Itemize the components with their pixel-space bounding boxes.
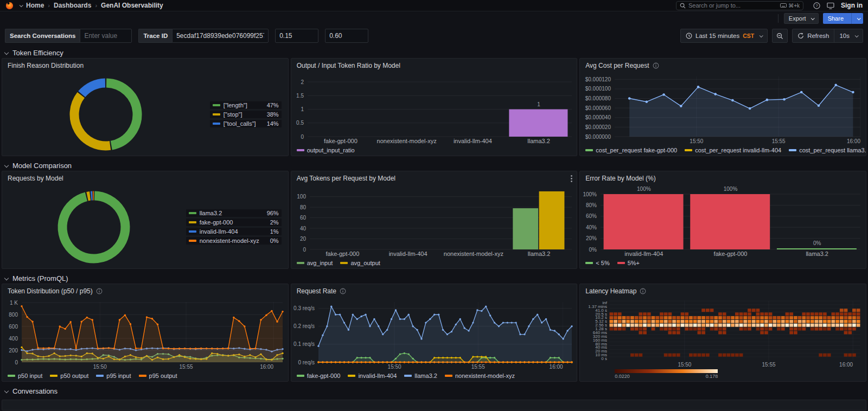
info-icon[interactable] <box>653 62 659 69</box>
refresh-interval-select[interactable]: 10s <box>834 29 863 42</box>
zoom-out-button[interactable] <box>772 29 788 43</box>
breadcrumb-separator: › <box>48 2 50 9</box>
legend-item[interactable]: 5%+ <box>617 260 640 266</box>
legend-item[interactable]: cost_per_request invalid-llm-404 <box>685 147 781 153</box>
info-icon[interactable] <box>96 288 103 294</box>
legend-item[interactable]: avg_output <box>340 260 380 266</box>
legend-item[interactable]: p50 input <box>8 373 42 379</box>
legend-item[interactable]: output_input_ratio <box>297 147 355 153</box>
latency-heatmap-chart[interactable]: inf1.37 mins41.0 s20.5 s10.2 s5.12 s2.56… <box>580 298 866 368</box>
svg-text:15:55: 15:55 <box>471 364 484 370</box>
svg-text:0 s: 0 s <box>602 356 608 361</box>
legend-swatch <box>585 262 593 264</box>
svg-text:0: 0 <box>301 134 304 140</box>
keyboard-shortcut-badge: ⌘+k <box>780 3 800 9</box>
legend-item[interactable]: p95 input <box>96 373 131 379</box>
panel-title[interactable]: Finish Reason Distribution <box>8 62 84 69</box>
svg-text:15:50: 15:50 <box>93 364 107 370</box>
row-token-efficiency[interactable]: Token Efficiency <box>0 47 868 58</box>
panel-title[interactable]: Avg Cost per Request <box>585 62 649 69</box>
legend-item[interactable]: invalid-llm-4041% <box>186 228 282 235</box>
panel-title[interactable]: Error Rate by Model (%) <box>585 175 655 182</box>
svg-text:llama3.2: llama3.2 <box>527 251 550 257</box>
panel-title[interactable]: Token Distribution (p50 / p95) <box>8 287 93 295</box>
svg-text:0.2 req/s: 0.2 req/s <box>293 323 315 329</box>
requests-by-model-donut-chart[interactable]: llama3.296%fake-gpt-0002%invalid-llm-404… <box>2 185 288 268</box>
keyboard-icon <box>780 3 787 8</box>
legend-item[interactable]: p95 output <box>139 373 177 379</box>
legend-swatch <box>213 123 220 125</box>
help-icon[interactable]: ? <box>813 2 820 9</box>
threshold-min-input[interactable] <box>275 29 318 43</box>
legend-item[interactable]: avg_input <box>297 260 333 266</box>
legend-item[interactable]: nonexistent-model-xyz <box>445 373 515 379</box>
row-model-comparison[interactable]: Model Comparison <box>0 160 868 171</box>
panel-title[interactable]: Avg Tokens per Request by Model <box>297 175 395 182</box>
legend-item[interactable]: nonexistent-model-xyz0% <box>186 237 282 245</box>
export-button[interactable]: Export <box>784 13 819 24</box>
panel-title[interactable]: Requests by Model <box>8 175 63 182</box>
legend-item[interactable]: invalid-llm-404 <box>348 373 397 379</box>
token-distribution-chart[interactable]: 02004006008001 K15:5015:5516:00 <box>2 298 288 370</box>
breadcrumb-dashboards[interactable]: Dashboards <box>54 2 91 9</box>
svg-text:0 req/s: 0 req/s <box>298 359 315 365</box>
legend-swatch <box>585 149 593 151</box>
svg-text:15:50: 15:50 <box>690 138 704 144</box>
legend-item[interactable]: fake-gpt-0002% <box>186 219 282 226</box>
row-metrics-promql[interactable]: Metrics (PromQL) <box>0 273 868 284</box>
legend-item[interactable]: cost_per_request fake-gpt-000 <box>585 147 677 153</box>
avg-tokens-chart[interactable]: 020406080100fake-gpt-000invalid-llm-404n… <box>291 185 577 258</box>
svg-text:15:50: 15:50 <box>387 364 401 370</box>
svg-text:$0.000000: $0.000000 <box>585 134 611 140</box>
grafana-logo[interactable] <box>5 2 14 10</box>
output-input-ratio-chart[interactable]: 00.511.52fake-gpt-000nonexistent-model-x… <box>291 73 577 145</box>
panel-menu-icon[interactable] <box>571 175 572 184</box>
threshold-max-input[interactable] <box>325 29 368 43</box>
legend-item[interactable]: llama3.2 <box>404 373 437 379</box>
finish-reason-donut-chart[interactable]: ["length"]47%["stop"]38%["tool_calls"]14… <box>2 73 288 156</box>
panel-title[interactable]: Output / Input Token Ratio by Model <box>297 62 400 69</box>
time-range-picker[interactable]: Last 15 minutes CST <box>680 29 768 43</box>
legend-item[interactable]: p50 output <box>50 373 88 379</box>
legend-swatch <box>189 221 196 223</box>
legend-swatch <box>445 375 452 377</box>
legend-swatch <box>189 240 196 242</box>
panel-avg-cost-per-request: Avg Cost per Request $0.000000$0.000020$… <box>579 58 866 156</box>
legend-item[interactable]: < 5% <box>585 260 609 266</box>
svg-text:invalid-llm-404: invalid-llm-404 <box>625 251 663 257</box>
legend-item[interactable]: ["tool_calls"]14% <box>210 120 282 127</box>
breadcrumb-home[interactable]: Home <box>26 2 44 9</box>
share-menu-chevron[interactable] <box>851 13 863 24</box>
svg-text:$0.000040: $0.000040 <box>585 114 611 120</box>
legend-item[interactable]: ["stop"]38% <box>210 111 282 118</box>
row-conversations[interactable]: Conversations <box>0 386 868 396</box>
info-icon[interactable] <box>640 288 646 294</box>
request-rate-chart[interactable]: 0 req/s0.1 req/s0.2 req/s0.3 req/s15:501… <box>291 298 577 370</box>
legend-item[interactable]: ["length"]47% <box>210 101 282 109</box>
news-monitor-icon[interactable] <box>827 2 834 9</box>
panel-title[interactable]: Request Rate <box>297 287 336 295</box>
legend-swatch <box>50 375 58 377</box>
org-switcher-chevron-icon[interactable] <box>20 3 23 7</box>
sign-in-button[interactable]: Sign in <box>841 2 863 9</box>
chart-legend: < 5%5%+ <box>580 258 866 268</box>
panel-title[interactable]: Latency Heatmap <box>585 287 636 295</box>
svg-text:0: 0 <box>303 247 306 253</box>
panel-request-rate: Request Rate 0 req/s0.1 req/s0.2 req/s0.… <box>291 284 578 382</box>
share-button[interactable]: Share <box>823 13 863 24</box>
refresh-button[interactable]: Refresh <box>793 29 834 42</box>
svg-text:60: 60 <box>300 215 307 221</box>
error-rate-chart[interactable]: 0%20%40%60%80%100%invalid-llm-404fake-gp… <box>580 185 866 258</box>
search-conversations-input[interactable] <box>80 29 132 43</box>
svg-text:$0.000080: $0.000080 <box>585 95 611 101</box>
svg-text:0%: 0% <box>589 247 597 253</box>
trace-id-input[interactable] <box>172 29 269 43</box>
legend-swatch <box>617 262 625 264</box>
legend-item[interactable]: cost_per_request llama3.2 <box>789 147 866 153</box>
search-input[interactable]: Search or jump to... ⌘+k <box>676 1 803 10</box>
avg-cost-chart[interactable]: $0.000000$0.000020$0.000040$0.000060$0.0… <box>580 73 866 145</box>
legend-item[interactable]: llama3.296% <box>186 209 282 217</box>
info-icon[interactable] <box>340 288 346 294</box>
legend-item[interactable]: fake-gpt-000 <box>297 373 341 379</box>
svg-text:0.3 req/s: 0.3 req/s <box>293 305 315 311</box>
